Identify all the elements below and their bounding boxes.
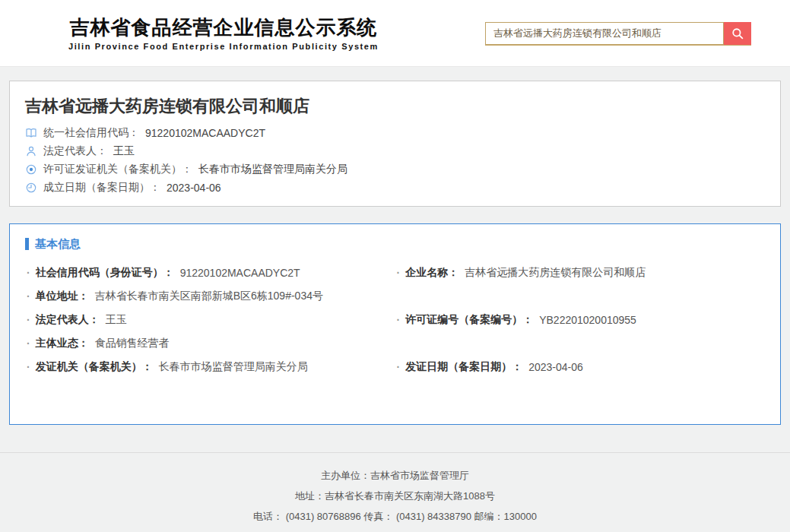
- bullet: ·: [27, 290, 30, 302]
- meta-item-credit-code: 统一社会信用代码： 91220102MACAADYC2T: [25, 124, 765, 142]
- cell-value: 吉林省长春市南关区南部新城B区6栋109#-034号: [95, 290, 323, 303]
- cell-value: 2023-04-06: [528, 361, 583, 373]
- info-cell-issue-date: · 发证日期（备案日期）： 2023-04-06: [395, 355, 766, 378]
- info-cell-legal-rep: · 法定代表人： 王玉: [25, 308, 395, 331]
- clock-icon: [25, 182, 37, 194]
- book-icon: [25, 127, 37, 139]
- cell-label: 企业名称：: [405, 266, 458, 280]
- info-cell-empty: [395, 331, 766, 355]
- site-brand: 吉林省食品经营企业信息公示系统 Jilin Province Food Ente…: [68, 15, 379, 51]
- site-subtitle: Jilin Province Food Enterprise Informati…: [68, 42, 379, 51]
- cell-value: 91220102MACAADYC2T: [180, 267, 300, 279]
- info-cell-business-type: · 主体业态： 食品销售经营者: [25, 331, 395, 355]
- meta-value: 王玉: [113, 144, 135, 158]
- footer-contact: 电话： (0431) 80768896 传真： (0431) 84338790 …: [0, 506, 790, 527]
- info-cell-license-number: · 许可证编号（备案编号）： YB22201020010955: [395, 308, 766, 331]
- search-input[interactable]: [485, 22, 724, 45]
- cell-label: 许可证编号（备案编号）：: [405, 313, 533, 327]
- basic-info-card: 基本信息 · 社会信用代码（身份证号）： 91220102MACAADYC2T …: [9, 223, 781, 425]
- cell-value: 王玉: [106, 313, 127, 327]
- location-icon: [25, 163, 37, 176]
- page-header: 吉林省食品经营企业信息公示系统 Jilin Province Food Ente…: [0, 0, 790, 67]
- search-button[interactable]: [724, 22, 751, 45]
- bullet: ·: [397, 267, 401, 279]
- meta-item-establish-date: 成立日期（备案日期）： 2023-04-06: [25, 179, 765, 197]
- cell-value: 长春市市场监督管理局南关分局: [159, 360, 308, 374]
- page-footer: 主办单位：吉林省市场监督管理厅 地址：吉林省长春市南关区东南湖大路1088号 电…: [0, 452, 790, 532]
- bullet: ·: [397, 361, 401, 373]
- bullet: ·: [397, 314, 401, 326]
- meta-value: 长春市市场监督管理局南关分局: [198, 163, 347, 176]
- meta-value: 2023-04-06: [167, 182, 221, 194]
- footer-organizer: 主办单位：吉林省市场监督管理厅: [0, 465, 790, 486]
- cell-label: 单位地址：: [36, 290, 89, 303]
- meta-label: 成立日期（备案日期）：: [43, 181, 160, 195]
- basic-info-section-title: 基本信息: [25, 236, 765, 252]
- cell-value: YB22201020010955: [539, 314, 636, 326]
- cell-label: 法定代表人：: [36, 313, 100, 327]
- bullet: ·: [27, 337, 30, 350]
- search-icon: [731, 27, 744, 40]
- section-title-bar: [25, 238, 29, 250]
- cell-label: 发证机关（备案机关）：: [36, 360, 153, 374]
- search-box: [485, 22, 751, 45]
- bullet: ·: [27, 314, 30, 326]
- cell-label: 社会信用代码（身份证号）：: [36, 266, 174, 280]
- meta-label: 统一社会信用代码：: [43, 126, 139, 140]
- meta-item-legal-rep: 法定代表人： 王玉: [25, 142, 765, 160]
- meta-item-license-authority: 许可证发证机关（备案机关）： 长春市市场监督管理局南关分局: [25, 160, 765, 179]
- bullet: ·: [27, 267, 30, 279]
- info-cell-credit-code: · 社会信用代码（身份证号）： 91220102MACAADYC2T: [25, 261, 395, 284]
- info-cell-empty: [395, 284, 766, 308]
- meta-label: 许可证发证机关（备案机关）：: [43, 163, 192, 176]
- cell-value: 吉林省远播大药房连锁有限公司和顺店: [465, 266, 646, 280]
- person-icon: [25, 145, 37, 157]
- site-title: 吉林省食品经营企业信息公示系统: [68, 15, 379, 40]
- footer-address: 地址：吉林省长春市南关区东南湖大路1088号: [0, 486, 790, 506]
- basic-info-grid: · 社会信用代码（身份证号）： 91220102MACAADYC2T · 企业名…: [25, 261, 765, 378]
- cell-value: 食品销售经营者: [95, 337, 170, 350]
- info-cell-address: · 单位地址： 吉林省长春市南关区南部新城B区6栋109#-034号: [25, 284, 395, 308]
- section-title-text: 基本信息: [35, 237, 81, 252]
- bullet: ·: [27, 361, 30, 373]
- meta-label: 法定代表人：: [43, 144, 107, 158]
- company-name-title: 吉林省远播大药房连锁有限公司和顺店: [25, 95, 765, 118]
- cell-label: 发证日期（备案日期）：: [405, 360, 522, 374]
- cell-label: 主体业态：: [36, 337, 89, 350]
- meta-value: 91220102MACAADYC2T: [145, 127, 265, 139]
- info-cell-company-name: · 企业名称： 吉林省远播大药房连锁有限公司和顺店: [395, 261, 766, 284]
- company-summary-card: 吉林省远播大药房连锁有限公司和顺店 统一社会信用代码： 91220102MACA…: [9, 81, 781, 207]
- info-cell-issuing-authority: · 发证机关（备案机关）： 长春市市场监督管理局南关分局: [25, 355, 395, 378]
